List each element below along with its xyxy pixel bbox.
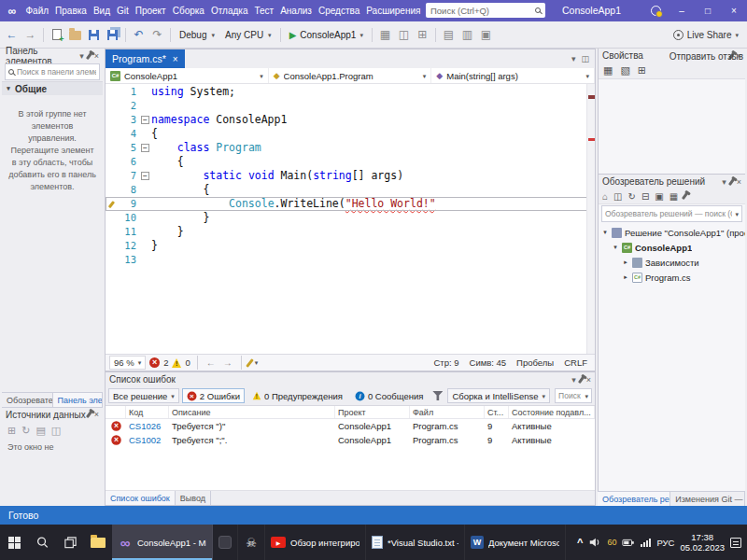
right-dock-tab-1[interactable]: Изменения Git — По...	[670, 492, 745, 506]
code-line-4[interactable]: 4{	[106, 127, 595, 141]
error-source-dropdown[interactable]: Сборка и IntelliSense ▾	[447, 388, 550, 403]
window-list-icon[interactable]: ◫	[581, 54, 589, 63]
code-line-6[interactable]: 6 {	[106, 155, 595, 169]
solution-explorer-header[interactable]: Обозреватель решений ▾ ×	[599, 175, 745, 189]
property-pages-icon[interactable]: ⊞	[638, 64, 646, 77]
plus-grid-icon[interactable]: ⊞	[7, 425, 16, 437]
chevron-down-icon[interactable]: ▾	[79, 51, 84, 61]
line-number[interactable]: 6	[118, 155, 139, 169]
expander-right-icon[interactable]: ▸	[622, 259, 629, 266]
edit-mode-pencil-icon[interactable]	[246, 358, 254, 368]
code-line-3[interactable]: 3−namespace ConsoleApp1	[106, 113, 595, 127]
tree-item-0[interactable]: ▾Решение "ConsoleApp1" (проекты: 1 из 1)	[599, 225, 745, 240]
save-icon[interactable]	[85, 26, 103, 44]
error-column-header-1[interactable]: Описание	[169, 406, 335, 418]
columns-icon[interactable]: ◫	[51, 425, 61, 437]
feedback-button[interactable]: Отправить отзыв	[669, 49, 743, 63]
code-line-1[interactable]: 1using System;	[106, 85, 595, 99]
menu-item-9[interactable]: Средства	[315, 0, 362, 21]
columns-icon[interactable]: ◫	[395, 26, 413, 44]
line-number[interactable]: 7	[118, 169, 139, 183]
error-count-icon[interactable]	[149, 357, 160, 368]
error-row-1[interactable]: CS1002Требуется ";".ConsoleApp1Program.c…	[106, 433, 595, 447]
line-number[interactable]: 13	[118, 253, 139, 267]
quick-search-box[interactable]	[426, 3, 545, 18]
battery-icon[interactable]	[622, 536, 635, 549]
line-number[interactable]: 12	[118, 239, 139, 253]
taskbar-app-0[interactable]: ∞ConsoleApp1 - Mic...	[112, 525, 213, 560]
expander-right-icon[interactable]: ▸	[622, 273, 629, 281]
toolbox-search-box[interactable]	[5, 63, 100, 80]
tree-item-2[interactable]: ▸Зависимости	[599, 255, 745, 270]
error-column-header-4[interactable]: Ст...	[485, 406, 509, 418]
code-line-12[interactable]: 12}	[106, 239, 595, 253]
error-column-header-0[interactable]: Код	[126, 406, 169, 418]
categorized-icon[interactable]: ▦	[603, 64, 613, 77]
right-dock-tab-0[interactable]: Обозреватель реше...	[598, 492, 670, 506]
navigate-forward-icon[interactable]: →	[21, 26, 39, 44]
nav-dropdown-0[interactable]: C#ConsoleApp1▾	[106, 68, 269, 83]
errorlist-dock-tab-0[interactable]: Список ошибок	[106, 491, 176, 505]
taskbar-app-1[interactable]	[213, 525, 238, 560]
collapse-all-icon[interactable]: ⊟	[641, 191, 649, 202]
menu-item-3[interactable]: Git	[113, 0, 132, 21]
live-share-button[interactable]: Live Share ▾	[673, 30, 744, 40]
rows-icon[interactable]: ▤	[35, 425, 45, 437]
grid-icon[interactable]: ▦	[376, 26, 394, 44]
code-editor[interactable]: 1using System;23−namespace ConsoleApp14{…	[106, 84, 595, 354]
editor-scrollbar[interactable]	[586, 84, 595, 354]
error-column-header-5[interactable]: Состояние подавл...	[509, 406, 595, 418]
menu-item-8[interactable]: Анализ	[277, 0, 316, 21]
chevron-down-icon[interactable]: ▾	[722, 177, 726, 187]
show-all-files-icon[interactable]: ▣	[655, 191, 663, 202]
line-number[interactable]: 1	[118, 85, 139, 99]
error-scope-dropdown[interactable]: Все решение ▾	[108, 388, 179, 403]
line-number[interactable]: 2	[118, 99, 139, 113]
error-code[interactable]: CS1002	[126, 433, 169, 447]
menu-item-0[interactable]: Файл	[22, 0, 52, 21]
start-debugging-button[interactable]: ▶ ConsoleApp1 ▾	[285, 26, 368, 44]
task-view-button[interactable]	[56, 525, 84, 560]
navigate-back-icon[interactable]: ←	[204, 357, 218, 370]
code-line-5[interactable]: 5− class Program	[106, 141, 595, 155]
menu-item-2[interactable]: Вид	[90, 0, 113, 21]
data-sources-header[interactable]: Источники данных ×	[2, 407, 103, 421]
refresh-icon[interactable]: ↻	[21, 425, 30, 437]
start-button[interactable]	[0, 525, 28, 560]
zoom-dropdown[interactable]: 96 % ▾	[109, 356, 146, 370]
menu-item-5[interactable]: Сборка	[169, 0, 207, 21]
filled-square-icon[interactable]: ▣	[477, 26, 495, 44]
messages-filter-button[interactable]: 0 Сообщения	[350, 388, 428, 403]
pin-icon[interactable]	[86, 51, 92, 59]
warning-count-icon[interactable]	[172, 358, 181, 368]
home-icon[interactable]: ⌂	[602, 191, 608, 202]
menu-item-7[interactable]: Тест	[251, 0, 277, 21]
menu-item-1[interactable]: Правка	[52, 0, 91, 21]
undo-icon[interactable]: ↶	[130, 26, 148, 44]
error-column-header-icon[interactable]	[106, 406, 126, 418]
fold-collapse-icon[interactable]: −	[141, 144, 149, 152]
taskbar-app-3[interactable]: ▶Обзор интегриров...	[265, 525, 366, 560]
file-explorer-button[interactable]	[84, 525, 112, 560]
toolbox-header[interactable]: Панель элементов ▾ ×	[2, 49, 103, 63]
switch-views-icon[interactable]: ◫	[613, 191, 622, 202]
error-search-input[interactable]	[558, 391, 582, 400]
close-icon[interactable]: ×	[173, 54, 178, 64]
error-code[interactable]: CS1026	[126, 419, 169, 433]
quick-search-input[interactable]	[430, 6, 531, 16]
new-file-icon[interactable]	[48, 26, 65, 44]
toolbox-dock-tab-1[interactable]: Панель эле...	[53, 393, 103, 407]
toolbox-search-input[interactable]	[17, 67, 96, 77]
alphabetical-icon[interactable]: ▧	[620, 64, 629, 77]
code-line-9[interactable]: 9 Console.WriteLine("Hello World!"	[106, 197, 595, 211]
taskbar-app-2[interactable]: ☠	[238, 525, 265, 560]
fold-collapse-icon[interactable]: −	[141, 172, 149, 180]
error-row-0[interactable]: CS1026Требуется ")"ConsoleApp1Program.cs…	[106, 419, 595, 433]
toolbox-group-general[interactable]: ▾ Общие	[2, 81, 103, 95]
expander-down-icon[interactable]: ▾	[601, 229, 609, 236]
taskbar-app-4[interactable]: *Visual Studio.txt -...	[366, 525, 465, 560]
redo-icon[interactable]: ↷	[148, 26, 166, 44]
code-line-8[interactable]: 8 {	[106, 183, 595, 197]
errors-filter-button[interactable]: 2 Ошибки	[182, 388, 245, 403]
tray-expand-icon[interactable]: ^	[577, 537, 583, 548]
